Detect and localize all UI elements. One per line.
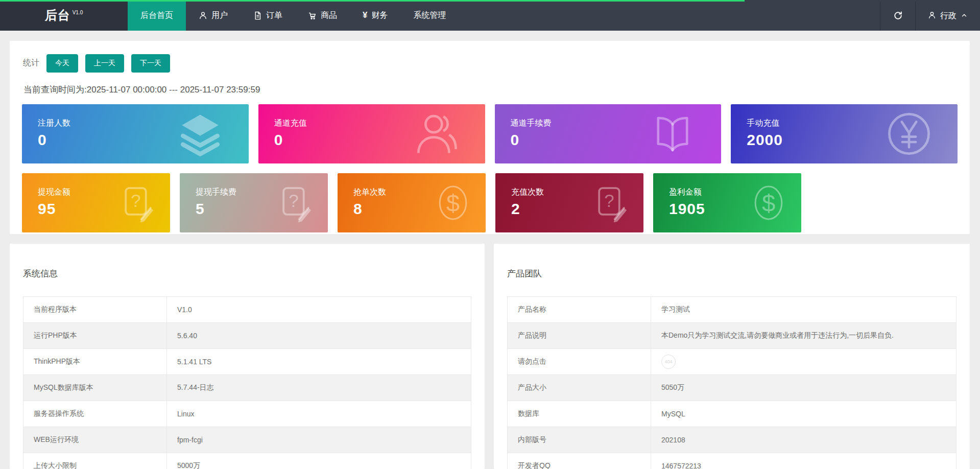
yen-circle-icon [885,110,933,158]
query-time-text: 当前查询时间为:2025-11-07 00:00:00 --- 2025-11-… [23,84,970,96]
row-value: fpm-fcgi [167,427,471,453]
top-navbar: 后台 V1.0 后台首页用户订单商品¥财务系统管理 行政 [0,0,980,31]
nav-item-5[interactable]: 系统管理 [400,0,459,31]
row-label: 请勿点击 [508,349,651,375]
main-nav: 后台首页用户订单商品¥财务系统管理 [128,0,459,31]
nav-item-4[interactable]: ¥财务 [350,0,400,31]
yen-icon: ¥ [363,10,367,20]
stat-card-cards_row2-4: 盈利金额1905$ [653,173,801,232]
nav-item-label: 用户 [211,10,228,21]
table-row: 数据库MySQL [508,401,957,427]
row-value: 1467572213 [651,453,957,469]
nav-item-3[interactable]: 商品 [295,0,350,31]
row-value: 5.6.40 [167,323,471,349]
svg-text:$: $ [446,190,460,217]
stat-card-cards_row1-3: 手动充值2000 [731,104,958,163]
row-value: 5.1.41 LTS [167,349,471,375]
doc-question-icon: ? [118,183,157,222]
row-value: MySQL [651,401,957,427]
stat-card-cards_row2-0: 提现金额95? [22,173,170,232]
user-name: 行政 [940,11,957,21]
table-row: 开发者QQ1467572213 [508,453,957,469]
table-row: 服务器操作系统Linux [23,401,471,427]
row-value: 学习测试 [651,297,957,323]
row-label: 产品名称 [508,297,651,323]
date-range-buttons: 今天上一天下一天 [39,54,170,73]
people-icon [413,110,461,158]
svg-text:?: ? [131,191,140,210]
table-row: MySQL数据库版本5.7.44-日志 [23,375,471,401]
book-icon [649,110,697,158]
row-value: 本Demo只为学习测试交流,请勿要做商业或者用于违法行为,一切后果自负. [651,323,957,349]
table-row: 内部版号202108 [508,427,957,453]
product-team-title: 产品团队 [507,268,970,279]
dollar-circle-icon: $ [434,183,472,222]
row-value: 404 [651,349,957,375]
stat-card-cards_row1-2: 通道手续费0 [495,104,722,163]
row-label: 开发者QQ [508,453,651,469]
row-label: 上传大小限制 [23,453,167,469]
table-row: 上传大小限制5000万 [23,453,471,469]
table-row: 运行PHP版本5.6.40 [23,323,471,349]
row-value: 5.7.44-日志 [167,375,471,401]
nav-item-2[interactable]: 订单 [241,0,295,31]
app-title: 后台 [45,7,70,24]
table-row: 当前程序版本V1.0 [23,297,471,323]
stat-card-cards_row2-2: 抢单次数8$ [338,173,486,232]
svg-text:?: ? [289,191,298,210]
product-team-panel: 产品团队 产品名称学习测试产品说明本Demo只为学习测试交流,请勿要做商业或者用… [494,244,970,469]
range-button-0[interactable]: 今天 [46,54,78,73]
nav-item-label: 财务 [371,10,388,21]
file-icon [253,11,262,20]
range-button-1[interactable]: 上一天 [85,54,124,73]
stat-cards-row-1: 注册人数0通道充值0通道手续费0手动充值2000 [22,104,958,163]
stats-panel: 统计 今天上一天下一天 当前查询时间为:2025-11-07 00:00:00 … [10,41,970,234]
nav-item-1[interactable]: 用户 [186,0,241,31]
user-menu-button[interactable]: 行政 [916,2,980,31]
row-value: 5000万 [167,453,471,469]
stat-card-cards_row2-1: 提现手续费5? [180,173,328,232]
row-value: V1.0 [167,297,471,323]
table-row: 产品大小5050万 [508,375,957,401]
system-info-table: 当前程序版本V1.0运行PHP版本5.6.40ThinkPHP版本5.1.41 … [23,296,471,469]
doc-question-icon: ? [591,183,630,222]
refresh-button[interactable] [880,2,915,31]
nav-item-label: 后台首页 [140,10,173,21]
table-row: 请勿点击404 [508,349,957,375]
range-button-2[interactable]: 下一天 [131,54,170,73]
stats-header: 统计 今天上一天下一天 [23,54,970,73]
row-label: 数据库 [508,401,651,427]
doc-question-icon: ? [276,183,315,222]
stat-card-cards_row1-0: 注册人数0 [22,104,249,163]
table-row: ThinkPHP版本5.1.41 LTS [23,349,471,375]
nav-item-0[interactable]: 后台首页 [128,0,186,31]
user-icon [199,11,207,20]
row-label: 产品大小 [508,375,651,401]
table-row: 产品说明本Demo只为学习测试交流,请勿要做商业或者用于违法行为,一切后果自负. [508,323,957,349]
table-row: 产品名称学习测试 [508,297,957,323]
product-team-table: 产品名称学习测试产品说明本Demo只为学习测试交流,请勿要做商业或者用于违法行为… [507,296,957,469]
stats-label: 统计 [23,58,39,68]
dollar-circle-icon: $ [749,183,788,222]
row-value: 5050万 [651,375,957,401]
cart-icon [308,11,317,20]
row-label: 内部版号 [508,427,651,453]
nav-item-label: 订单 [266,10,282,21]
nav-item-label: 商品 [321,10,337,21]
row-label: WEB运行环境 [23,427,167,453]
404-badge[interactable]: 404 [661,355,676,369]
row-label: 当前程序版本 [23,297,167,323]
app-logo[interactable]: 后台 V1.0 [0,0,128,31]
navbar-right-controls: 行政 [880,2,980,31]
user-icon [928,11,936,21]
stat-card-cards_row2-3: 充值次数2? [495,173,643,232]
stat-card-cards_row1-1: 通道充值0 [258,104,485,163]
svg-text:$: $ [762,190,775,217]
refresh-icon [893,11,903,22]
chevron-up-icon [961,12,968,21]
system-info-title: 系统信息 [23,268,485,279]
system-info-panel: 系统信息 当前程序版本V1.0运行PHP版本5.6.40ThinkPHP版本5.… [10,244,485,469]
row-label: 产品说明 [508,323,651,349]
layers-icon [176,110,224,158]
progress-bar [0,0,745,2]
